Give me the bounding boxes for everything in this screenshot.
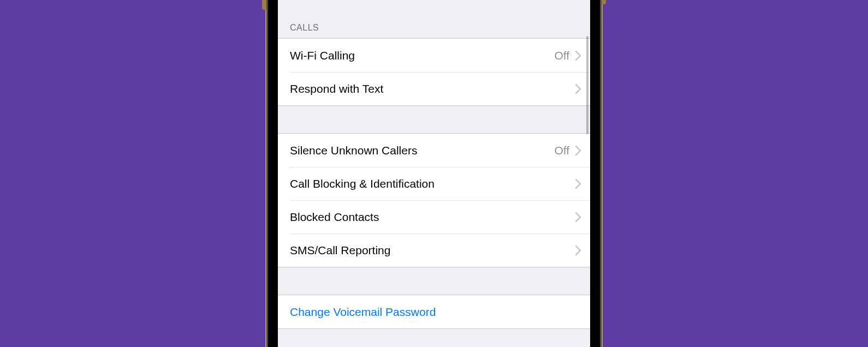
group-calls: Wi-Fi Calling Off Respond with Text [278, 38, 590, 106]
group-spacer [278, 106, 590, 133]
row-label: SMS/Call Reporting [290, 244, 575, 257]
row-value: Off [554, 49, 569, 62]
chevron-right-icon [575, 178, 581, 189]
row-blocked-contacts[interactable]: Blocked Contacts [290, 200, 590, 234]
row-sms-call-reporting[interactable]: SMS/Call Reporting [290, 234, 590, 267]
section-header-calls: CALLS [278, 19, 590, 38]
phone-screen: CALLS Wi-Fi Calling Off Respond with Tex… [278, 0, 590, 347]
row-label: Silence Unknown Callers [290, 144, 554, 157]
chevron-right-icon [575, 50, 581, 61]
group-blocking: Silence Unknown Callers Off Call Blockin… [278, 133, 590, 267]
row-value: Off [554, 144, 569, 157]
group-spacer [278, 267, 590, 295]
row-respond-with-text[interactable]: Respond with Text [290, 72, 590, 105]
scrollbar[interactable] [586, 36, 588, 134]
row-label: Respond with Text [290, 82, 575, 95]
power-button [602, 0, 606, 4]
row-label: Blocked Contacts [290, 211, 575, 224]
row-wifi-calling[interactable]: Wi-Fi Calling Off [278, 39, 590, 72]
chevron-right-icon [575, 212, 581, 223]
volume-down-button [262, 0, 266, 10]
row-silence-unknown-callers[interactable]: Silence Unknown Callers Off [278, 134, 590, 167]
row-label: Change Voicemail Password [290, 306, 581, 319]
row-call-blocking-identification[interactable]: Call Blocking & Identification [290, 167, 590, 200]
settings-list[interactable]: CALLS Wi-Fi Calling Off Respond with Tex… [278, 0, 590, 347]
row-change-voicemail-password[interactable]: Change Voicemail Password [278, 295, 590, 328]
chevron-right-icon [575, 145, 581, 156]
chevron-right-icon [575, 83, 581, 94]
phone-frame: CALLS Wi-Fi Calling Off Respond with Tex… [268, 0, 600, 347]
group-voicemail: Change Voicemail Password [278, 295, 590, 329]
group-spacer [278, 329, 590, 347]
chevron-right-icon [575, 245, 581, 256]
row-label: Wi-Fi Calling [290, 49, 554, 62]
row-label: Call Blocking & Identification [290, 177, 575, 190]
